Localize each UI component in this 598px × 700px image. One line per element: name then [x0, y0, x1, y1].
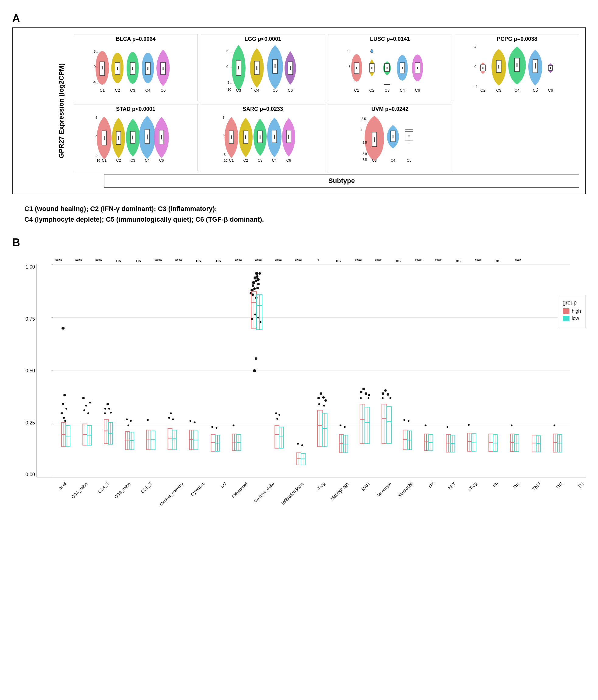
- svg-point-239: [253, 288, 256, 290]
- svg-text:-5: -5: [223, 153, 226, 156]
- svg-text:4: 4: [474, 45, 476, 49]
- svg-text:C2: C2: [243, 158, 248, 162]
- xlabel-neutrophil: Neutrophil: [395, 481, 414, 500]
- cd4t-dots: [104, 403, 112, 445]
- macrophage-dots: [317, 393, 327, 447]
- sig-gamma: ****: [229, 258, 249, 263]
- nkt-dots: [424, 425, 433, 451]
- svg-point-244: [256, 287, 259, 289]
- svg-text:-5: -5: [93, 80, 96, 84]
- exhausted-dots: [232, 425, 241, 451]
- b-legend: group high low: [558, 295, 586, 328]
- svg-text:0: 0: [223, 134, 225, 138]
- svg-text:C1: C1: [354, 88, 359, 92]
- panel-a-label: A: [12, 12, 586, 25]
- xlabel-th2: Th2: [545, 481, 563, 500]
- svg-point-282: [320, 393, 322, 395]
- ytick-1: 1.00: [26, 264, 35, 270]
- cd4naive-dots: [82, 397, 91, 446]
- svg-text:-5.0: -5.0: [361, 152, 367, 156]
- svg-point-313: [382, 393, 384, 395]
- svg-text:-5: -5: [227, 81, 230, 84]
- violin-lusc: LUSC p=0.0141: [328, 34, 452, 101]
- svg-point-168: [85, 405, 87, 407]
- svg-text:C4: C4: [390, 158, 395, 162]
- sig-cd8naive: ns: [109, 258, 129, 263]
- xlabel-th1: Th1: [502, 481, 521, 500]
- panel-b-chart: [36, 264, 586, 477]
- svg-point-215: [194, 422, 196, 424]
- violin-pcpg-title: PCPG p=0.0038: [457, 36, 577, 42]
- svg-point-236: [252, 284, 254, 287]
- svg-point-372: [553, 425, 555, 427]
- svg-text:0: 0: [347, 49, 349, 53]
- th2-dots: [532, 435, 541, 452]
- svg-point-301: [360, 391, 362, 393]
- th17-dots: [510, 425, 519, 452]
- svg-point-305: [360, 397, 362, 399]
- svg-point-222: [211, 426, 213, 428]
- ytick-050: 0.50: [26, 368, 35, 374]
- violin-uvm-svg: C3 C4 C5 2.5 0 -2.5 -5.0 -7.5: [330, 114, 450, 162]
- sig-infiltration: ****: [248, 258, 268, 263]
- svg-point-317: [382, 397, 384, 399]
- sig-th1: ns: [448, 258, 468, 263]
- svg-text:C6: C6: [286, 158, 291, 162]
- svg-point-255: [254, 314, 256, 316]
- neutrophil-dots: [382, 390, 392, 444]
- b-legend-high: high: [563, 308, 581, 314]
- svg-point-302: [362, 388, 365, 390]
- svg-point-284: [324, 399, 327, 402]
- svg-point-303: [365, 393, 367, 395]
- sig-dc: ns: [188, 258, 208, 263]
- xlabel-monocyte: Monocyte: [374, 481, 393, 500]
- svg-point-237: [255, 280, 257, 282]
- violin-blca-title: BLCA p=0.0064: [76, 36, 196, 42]
- xlabel-itreg: iTreg: [308, 481, 326, 500]
- violin-lusc-svg: C1 C2 C3 C4 C6 0 -5: [330, 44, 450, 92]
- sig-mait: *: [308, 258, 328, 263]
- central-dots: [168, 412, 177, 450]
- svg-text:C2: C2: [116, 158, 121, 162]
- svg-text:C4: C4: [515, 88, 520, 92]
- cd8naive-dots: [125, 419, 134, 450]
- svg-text:0: 0: [361, 128, 363, 132]
- sig-cytotoxic: ****: [168, 258, 189, 263]
- sig-nkt: ns: [388, 258, 409, 263]
- svg-point-190: [130, 420, 132, 422]
- svg-point-171: [89, 402, 91, 404]
- svg-point-332: [424, 425, 426, 427]
- svg-point-232: [252, 281, 255, 284]
- svg-point-159: [60, 412, 62, 415]
- svg-point-207: [170, 412, 172, 415]
- xlabel-cd8t: CD8_T: [134, 481, 153, 500]
- svg-text:-10: -10: [227, 88, 231, 91]
- mait-dots: [339, 425, 348, 453]
- xlabel-cd4naive: CD4_naive: [70, 481, 89, 500]
- svg-point-306: [368, 394, 370, 396]
- svg-text:C2: C2: [480, 88, 486, 92]
- itreg-dots: [297, 443, 305, 465]
- sig-neutrophil: ****: [348, 258, 368, 263]
- svg-point-231: [251, 289, 254, 292]
- xlabel-nk: NK: [417, 481, 435, 500]
- svg-text:C5: C5: [407, 158, 412, 162]
- sig-cd8t: ns: [129, 258, 149, 263]
- svg-text:-5: -5: [347, 65, 350, 69]
- xlabel-ntreg: nTreg: [459, 481, 478, 500]
- svg-text:0: 0: [94, 65, 96, 69]
- sig-tr1: ****: [508, 258, 528, 263]
- svg-point-285: [318, 403, 320, 405]
- svg-point-189: [126, 419, 128, 421]
- svg-point-257: [260, 321, 261, 323]
- ytick-075: 0.75: [26, 316, 35, 322]
- violin-grid-row1: BLCA p=0.0064: [74, 34, 579, 101]
- svg-point-254: [251, 318, 253, 320]
- svg-marker-50: [370, 49, 373, 53]
- violin-stad: STAD p<0.0001: [74, 104, 198, 171]
- violin-empty: [455, 104, 579, 171]
- monocyte-dots: [360, 388, 370, 444]
- violin-uvm-title: UVM p=0.0242: [330, 106, 450, 112]
- svg-text:C6: C6: [415, 88, 420, 92]
- svg-point-247: [255, 357, 257, 360]
